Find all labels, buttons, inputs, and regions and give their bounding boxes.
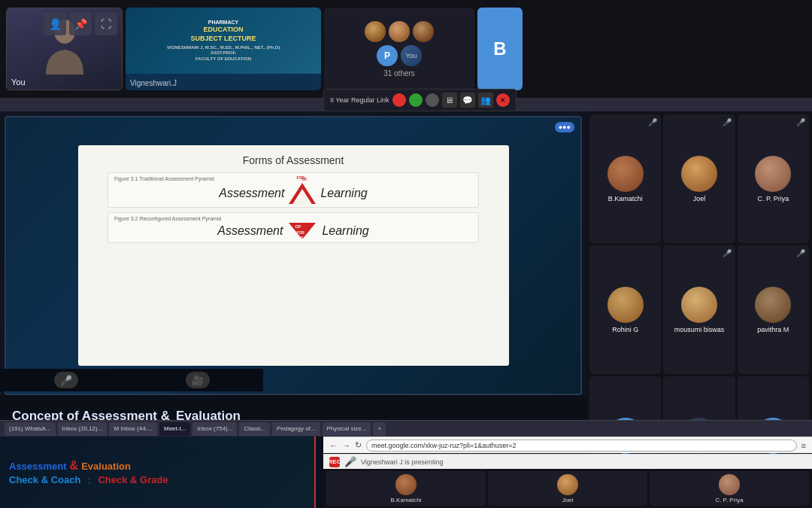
avatar-mousumi [681, 287, 717, 323]
name-kamatchi: B.Kamatchi [607, 195, 644, 202]
assess-title-part1: Assessment [9, 461, 67, 472]
mini-avatar-priya [719, 474, 740, 495]
tab-pedagogy[interactable]: Pedagogy of... [272, 422, 320, 436]
presenter-name: Vigneshwari.J [130, 79, 177, 87]
pyramid-fig1: Figure 3.1 Traditional Assessment Pyrami… [108, 172, 479, 208]
rec-indicator: REC [329, 457, 340, 467]
mic-btn-bar[interactable]: 🎤 [344, 456, 356, 467]
tab-inbox1[interactable]: Inbox (20,12)... [58, 422, 108, 436]
chat-icon[interactable]: 💬 [460, 93, 475, 108]
address-text: meet.google.com/xkw-juz-ruz?pli=1&authus… [371, 442, 517, 449]
forward-button[interactable]: → [342, 441, 350, 450]
slide-inner-content: Forms of Assessment Figure 3.1 Tradition… [78, 145, 509, 367]
slide-title: Forms of Assessment [243, 154, 344, 166]
assess-title-amp: & [70, 459, 79, 473]
mini-name-priya: C. P. Priya [715, 497, 743, 503]
browser-tab-bar: (191) WhatsA... Inbox (20,12)... M Inbox… [0, 420, 812, 437]
audio-button[interactable] [409, 93, 423, 107]
slide-menu-badge[interactable]: ●●● [555, 122, 574, 132]
self-label: You [11, 78, 26, 87]
mini-avatar-joel [557, 474, 578, 495]
name-rohini: Rohini G [611, 326, 640, 333]
tab-new[interactable]: + [373, 422, 386, 436]
fig2-word1: Assessment [217, 224, 283, 238]
mute-video-button[interactable]: 🎥 [186, 372, 210, 388]
tab-meet[interactable]: Meet-t... [159, 422, 190, 436]
avatar-kamatchi [607, 156, 644, 192]
expand-button[interactable]: ⛶ [95, 13, 117, 35]
top-participant-strip: You 👤 📌 ⛶ PHARMACY EDUCATION SUBJECT LEC… [0, 0, 812, 98]
participant-cell-kamatchi: B.Kamatchi 🎤 [589, 114, 661, 243]
avatar-joel [681, 156, 717, 192]
assessment-pyramid-diagram: Figure 3.1 Traditional Assessment Pyrami… [108, 172, 479, 357]
tab-inbox2[interactable]: M Inbox (44-... [109, 422, 157, 436]
mic-off-mousumi: 🎤 [723, 249, 732, 257]
avatar-you: You [401, 45, 422, 66]
record-button[interactable] [392, 93, 406, 107]
mic-off-pavithra: 🎤 [796, 249, 805, 257]
participant-cell-priya: C. P. Priya 🎤 [738, 114, 809, 243]
video-btn[interactable] [426, 93, 439, 107]
pyramid-triangle-1-inner [292, 189, 313, 205]
fig1-content: Assessment AS FOR OF Learning [114, 183, 472, 204]
screen-share-icon[interactable]: 🖥 [442, 93, 457, 108]
others-avatars-row2: P You [377, 45, 422, 66]
slide-thumb-content: PHARMACY EDUCATION SUBJECT LECTURE VIGNE… [126, 8, 321, 74]
avatar-rohini [365, 21, 386, 42]
slide-thumbnail: PHARMACY EDUCATION SUBJECT LECTURE VIGNE… [126, 8, 321, 90]
mic-off-kamatchi: 🎤 [648, 118, 657, 126]
meeting-toolbar: II Year Regular Link 🖥 💬 👥 ✕ [323, 89, 517, 111]
participants-icon[interactable]: 👥 [478, 93, 493, 108]
fig2-content: Assessment OF FOR AS Learning [114, 223, 472, 239]
pyramid-fig2: Figure 3.2 Reconfigured Assessment Pyram… [108, 212, 479, 243]
pyramid-triangle-1: AS FOR OF [289, 183, 316, 204]
avatar-gayathri [389, 21, 410, 42]
tab-inbox3[interactable]: Inbox (754)... [192, 422, 237, 436]
mini-cell-kamatchi: B.Kamatchi [326, 471, 486, 506]
inverted-triangle: OF FOR AS [289, 223, 316, 239]
mini-avatar-kamatchi [395, 474, 417, 495]
mini-cell-joel: Joel [488, 471, 647, 506]
address-input[interactable]: meet.google.com/xkw-juz-ruz?pli=1&authus… [366, 440, 797, 452]
pin-button[interactable]: 📌 [69, 13, 92, 35]
tab-whatsapp[interactable]: (191) WhatsA... [5, 422, 56, 436]
mute-controls-bar: 🎤 🎥 [0, 369, 263, 391]
self-thumbnail: You 👤 📌 ⛶ [6, 8, 123, 90]
mute-mic-button[interactable]: 🎤 [54, 372, 78, 388]
bottom-participants-strip: B.Kamatchi Joel C. P. Priya [323, 469, 812, 508]
virtual-bg-button[interactable]: 👤 [44, 13, 66, 35]
avatar-p: P [377, 45, 398, 66]
check-grade-label: Check & Grade [98, 474, 168, 485]
reading-list-icon[interactable]: ≡ [801, 441, 806, 450]
fig1-word1: Assessment [219, 187, 284, 200]
fig1-word-learning: Learning [320, 187, 367, 200]
avatar-amirtha [413, 21, 434, 42]
refresh-button[interactable]: ↻ [355, 440, 362, 450]
back-button[interactable]: ← [329, 441, 338, 450]
name-priya: C. P. Priya [756, 195, 790, 202]
participant-b-thumbnail: B [477, 8, 523, 90]
participant-cell-pavithra: pavithra M 🎤 [738, 245, 809, 374]
avatar-pavithra [755, 287, 791, 323]
self-controls: 👤 📌 ⛶ [44, 13, 117, 35]
presenting-label: Vigneshwari J is presenting [361, 458, 443, 466]
name-joel: Joel [692, 195, 707, 202]
participant-cell-joel: Joel 🎤 [663, 114, 735, 243]
assessment-evaluation-panel: Assessment & Evaluation Check & Coach : … [0, 437, 316, 508]
tab-physical[interactable]: Physical size... [323, 422, 371, 436]
inverted-pyramid: OF FOR AS [289, 223, 316, 239]
separator: : [88, 476, 90, 485]
meeting-link-label: II Year Regular Link [330, 96, 389, 104]
mic-off-priya: 🎤 [796, 118, 805, 126]
mini-name-joel: Joel [562, 497, 574, 503]
mic-off-joel: 🎤 [723, 118, 732, 126]
fig2-label: Figure 3.2 Reconfigured Assessment Pyram… [114, 216, 472, 221]
check-coach-row: Check & Coach : Check & Grade [9, 474, 305, 485]
recording-status-bar: REC 🎤 Vigneshwari J is presenting [323, 454, 812, 469]
tab-classi[interactable]: Classi... [239, 422, 269, 436]
title-row: Assessment & Evaluation [9, 459, 305, 473]
end-call-button[interactable]: ✕ [496, 93, 510, 107]
fig1-label: Figure 3.1 Traditional Assessment Pyrami… [114, 176, 472, 181]
fig2-word-learning: Learning [322, 224, 368, 238]
participant-cell-mousumi: mousumi biswas 🎤 [663, 245, 735, 374]
